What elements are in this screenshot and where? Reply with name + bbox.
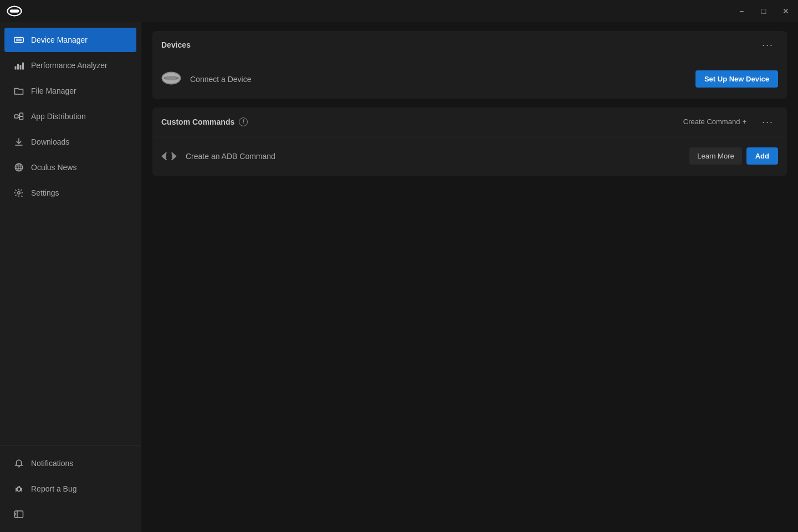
set-up-new-device-button[interactable]: Set Up New Device: [695, 70, 778, 88]
sidebar-label-downloads: Downloads: [31, 137, 69, 146]
create-command-button[interactable]: Create Command +: [679, 115, 751, 128]
maximize-button[interactable]: □: [758, 6, 769, 17]
close-button[interactable]: ✕: [780, 6, 791, 17]
title-bar: − □ ✕: [0, 0, 798, 22]
sidebar-item-collapse[interactable]: [4, 502, 136, 526]
custom-commands-more-button[interactable]: ···: [758, 116, 778, 128]
headset-icon: [161, 70, 181, 88]
gear-icon: [13, 187, 24, 198]
share-icon: [13, 111, 24, 122]
svg-rect-31: [164, 77, 167, 80]
svg-point-19: [18, 192, 21, 195]
svg-rect-5: [17, 64, 19, 70]
bug-icon: [13, 483, 24, 494]
device-icon: [13, 34, 24, 45]
devices-section: Devices ··· Connect a Device Set U: [152, 31, 787, 99]
svg-rect-10: [20, 116, 23, 120]
devices-section-header: Devices ···: [152, 31, 787, 59]
sidebar-item-report-bug[interactable]: Report a Bug: [4, 477, 136, 501]
adb-command-info: Create an ADB Command: [161, 151, 275, 162]
connect-device-info: Connect a Device: [161, 70, 252, 88]
sidebar-label-file-manager: File Manager: [31, 86, 76, 95]
section-actions: Create Command + ···: [679, 115, 778, 128]
main-layout: Device Manager Performance Analyzer: [0, 22, 798, 532]
svg-rect-30: [166, 76, 177, 80]
sidebar-label-device-manager: Device Manager: [31, 35, 88, 44]
sidebar-label-app-distribution: App Distribution: [31, 112, 86, 121]
sidebar-label-oculus-news: Oculus News: [31, 163, 76, 172]
svg-rect-4: [15, 66, 17, 70]
sidebar-item-downloads[interactable]: Downloads: [4, 130, 136, 154]
svg-rect-6: [20, 65, 22, 69]
chart-icon: [13, 60, 24, 71]
custom-commands-section: Custom Commands i Create Command + ···: [152, 108, 787, 176]
sidebar-item-notifications[interactable]: Notifications: [4, 451, 136, 475]
adb-command-label: Create an ADB Command: [186, 152, 275, 161]
app-logo: [7, 3, 22, 19]
learn-more-button[interactable]: Learn More: [689, 147, 741, 165]
sidebar-label-performance-analyzer: Performance Analyzer: [31, 61, 108, 70]
content-area: Devices ··· Connect a Device Set U: [141, 22, 798, 532]
sidebar-label-settings: Settings: [31, 188, 59, 197]
svg-rect-9: [20, 113, 23, 116]
info-icon: i: [239, 117, 248, 126]
connect-device-label: Connect a Device: [190, 75, 252, 84]
svg-line-26: [21, 490, 22, 492]
sidebar-item-app-distribution[interactable]: App Distribution: [4, 104, 136, 129]
connect-device-row: Connect a Device Set Up New Device: [152, 59, 787, 99]
window-controls: − □ ✕: [736, 6, 791, 17]
code-icon: [161, 151, 177, 162]
devices-more-button[interactable]: ···: [758, 39, 778, 51]
devices-title: Devices: [161, 40, 191, 49]
sidebar-label-report-bug: Report a Bug: [31, 484, 77, 493]
collapse-icon: [13, 509, 24, 520]
adb-command-row: Create an ADB Command Learn More Add: [152, 136, 787, 176]
sidebar-item-settings[interactable]: Settings: [4, 181, 136, 205]
bell-icon: [13, 458, 24, 469]
svg-rect-32: [176, 77, 179, 80]
svg-rect-7: [22, 63, 24, 70]
sidebar-item-file-manager[interactable]: File Manager: [4, 79, 136, 103]
svg-rect-8: [15, 115, 18, 118]
svg-rect-20: [17, 487, 21, 492]
sidebar-item-oculus-news[interactable]: Oculus News: [4, 155, 136, 180]
sidebar-item-performance-analyzer[interactable]: Performance Analyzer: [4, 53, 136, 78]
sidebar-bottom: Notifications Report a Bug: [0, 445, 141, 532]
sidebar: Device Manager Performance Analyzer: [0, 22, 141, 532]
sidebar-nav: Device Manager Performance Analyzer: [0, 22, 141, 445]
sidebar-item-device-manager[interactable]: Device Manager: [4, 28, 136, 52]
svg-rect-1: [10, 9, 19, 13]
minimize-button[interactable]: −: [736, 6, 747, 17]
news-icon: [13, 162, 24, 173]
sidebar-label-notifications: Notifications: [31, 459, 73, 468]
download-icon: [13, 136, 24, 147]
folder-icon: [13, 85, 24, 96]
custom-commands-section-header: Custom Commands i Create Command + ···: [152, 108, 787, 136]
add-button[interactable]: Add: [746, 147, 778, 165]
svg-rect-3: [16, 39, 22, 42]
adb-actions: Learn More Add: [689, 147, 778, 165]
svg-line-25: [16, 490, 17, 492]
custom-commands-title: Custom Commands i: [161, 117, 248, 126]
